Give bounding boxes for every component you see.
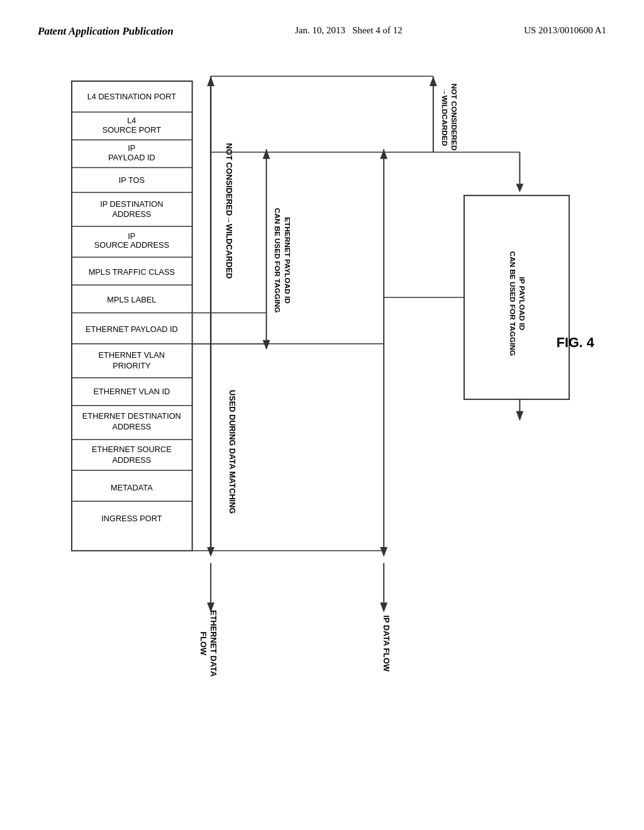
field-ip-src-addr: IP — [128, 231, 135, 241]
patent-number: US 2013/0010600 A1 — [524, 25, 606, 36]
field-eth-vlan-pri: ETHERNET VLAN — [99, 350, 165, 360]
eth-flow-label: ETHERNET DATA FLOW — [199, 610, 218, 677]
field-mpls-label: MPLS LABEL — [107, 295, 156, 304]
field-eth-src-addr2: ADDRESS — [112, 455, 151, 465]
not-considered-right-label: NOT CONSIDERED →WILDCARDED — [441, 84, 459, 151]
used-arrow-down — [380, 547, 387, 557]
not-considered-label: NOT CONSIDERED→WILDCARDED — [225, 143, 234, 279]
field-eth-vlan-id: ETHERNET VLAN ID — [93, 387, 170, 396]
field-ip-src-addr2: SOURCE ADDRESS — [94, 240, 169, 250]
ip-box-arrow-down — [516, 411, 524, 421]
field-eth-payload-id: ETHERNET PAYLOAD ID — [86, 324, 178, 334]
field-l4-dest-port: L4 DESTINATION PORT — [87, 92, 177, 101]
svg-text:FLOW: FLOW — [199, 631, 208, 656]
field-eth-dest-addr: ETHERNET DESTINATION — [82, 411, 181, 421]
field-eth-vlan-pri2: PRIORITY — [113, 361, 151, 370]
field-eth-dest-addr2: ADDRESS — [112, 422, 151, 431]
diagram-area: L4 DESTINATION PORT L4 SOURCE PORT IP PA… — [38, 57, 606, 748]
svg-text:IP PAYLOAD ID: IP PAYLOAD ID — [518, 277, 526, 330]
publication-label: Patent Application Publication — [38, 25, 174, 38]
svg-text:CAN BE USED FOR TAGGING: CAN BE USED FOR TAGGING — [274, 208, 282, 313]
svg-text:ETHERNET DATA: ETHERNET DATA — [209, 610, 218, 677]
field-ip-tos: IP TOS — [119, 175, 145, 185]
ip-flow-label: IP DATA FLOW — [382, 615, 391, 672]
svg-text:NOT CONSIDERED: NOT CONSIDERED — [450, 84, 458, 151]
field-ip-dest-addr: IP DESTINATION — [100, 199, 163, 209]
svg-text:NOT CONSIDERED→WILDCARDED: NOT CONSIDERED→WILDCARDED — [225, 143, 234, 279]
field-l4-src-port2: SOURCE PORT — [103, 125, 162, 135]
field-ingress-port: INGRESS PORT — [101, 514, 162, 523]
date-sheet: Jan. 10, 2013 Sheet 4 of 12 — [295, 25, 402, 36]
field-mpls-traffic: MPLS TRAFFIC CLASS — [89, 267, 175, 277]
field-metadata: METADATA — [111, 483, 153, 492]
svg-text:CAN BE USED FOR TAGGING: CAN BE USED FOR TAGGING — [509, 251, 517, 356]
ip-box-arrow-up — [516, 184, 524, 192]
svg-text:IP DATA FLOW: IP DATA FLOW — [382, 615, 391, 672]
eth-arrow-down — [263, 340, 270, 350]
ip-flow-arrow — [380, 602, 387, 612]
used-during-label: USED DURING DATA MATCHING — [228, 390, 237, 514]
field-ip-payload-id: IP — [128, 143, 135, 153]
svg-text:→WILDCARDED: →WILDCARDED — [441, 88, 449, 147]
field-ip-dest-addr2: ADDRESS — [112, 209, 151, 219]
field-l4-src-port: L4 — [127, 116, 136, 125]
svg-text:ETHERNET PAYLOAD ID: ETHERNET PAYLOAD ID — [284, 217, 292, 304]
fig-label: FIG. 4 — [557, 335, 594, 350]
main-arrow-down — [207, 547, 214, 557]
svg-text:USED DURING DATA MATCHING: USED DURING DATA MATCHING — [228, 390, 237, 514]
diagram-svg: L4 DESTINATION PORT L4 SOURCE PORT IP PA… — [38, 57, 606, 748]
field-eth-src-addr: ETHERNET SOURCE — [92, 445, 172, 454]
ethernet-payload-label: ETHERNET PAYLOAD ID CAN BE USED FOR TAGG… — [274, 208, 292, 313]
header: Patent Application Publication Jan. 10, … — [38, 25, 606, 38]
field-ip-payload-id2: PAYLOAD ID — [108, 153, 155, 162]
page: Patent Application Publication Jan. 10, … — [0, 0, 644, 830]
